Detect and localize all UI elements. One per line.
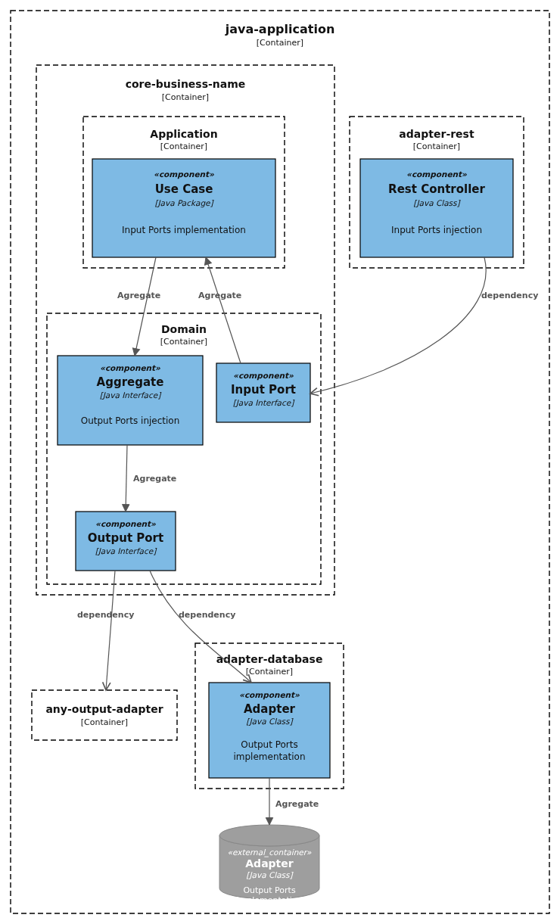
svg-text:Input Ports implementation: Input Ports implementation: [122, 225, 246, 235]
svg-text:«component»: «component»: [406, 170, 467, 179]
svg-text:«component»: «component»: [154, 170, 214, 179]
svg-text:Rest Controller: Rest Controller: [388, 182, 485, 196]
svg-text:dependency: dependency: [77, 610, 134, 620]
domain-subtype: [Container]: [160, 337, 207, 347]
svg-text:Adapter: Adapter: [245, 857, 294, 870]
svg-text:[Java Interface]: [Java Interface]: [233, 398, 296, 408]
svg-text:Adapter: Adapter: [244, 702, 296, 716]
svg-text:implementation: implementation: [236, 895, 302, 905]
domain-title: Domain: [161, 323, 207, 335]
any-output-subtype: [Container]: [81, 717, 128, 727]
svg-text:Output Ports injection: Output Ports injection: [81, 415, 180, 426]
core-title: core-business-name: [126, 78, 246, 90]
svg-text:Agregate: Agregate: [133, 474, 176, 484]
svg-text:[Java Class]: [Java Class]: [246, 717, 294, 726]
svg-text:«component»: «component»: [100, 363, 160, 373]
java-application-title: java-application: [225, 22, 335, 36]
svg-text:«component»: «component»: [239, 690, 300, 700]
svg-text:[Java Package]: [Java Package]: [154, 198, 214, 208]
svg-text:«component»: «component»: [95, 519, 156, 529]
svg-text:Use Case: Use Case: [155, 182, 213, 196]
svg-text:Agregate: Agregate: [198, 291, 241, 300]
adapter-db-subtype: [Container]: [246, 667, 293, 677]
svg-text:implementation: implementation: [233, 751, 305, 762]
diagram: java-application [Container] core-busine…: [0, 0, 560, 924]
svg-text:Input Ports injection: Input Ports injection: [391, 225, 482, 235]
adapter-rest-title: adapter-rest: [399, 128, 474, 140]
svg-text:Input Port: Input Port: [231, 383, 296, 397]
application-subtype: [Container]: [160, 142, 207, 151]
adapter-db-title: adapter-database: [216, 653, 323, 665]
any-output-title: any-output-adapter: [45, 703, 163, 715]
svg-text:Output Port: Output Port: [88, 531, 163, 545]
svg-text:dependency: dependency: [481, 291, 538, 300]
svg-text:Output Ports: Output Ports: [243, 885, 296, 895]
svg-text:«component»: «component»: [233, 371, 294, 381]
svg-point-23: [219, 825, 319, 846]
core-subtype: [Container]: [162, 92, 209, 102]
svg-text:dependency: dependency: [179, 610, 235, 620]
svg-text:[Java Interface]: [Java Interface]: [95, 546, 158, 556]
svg-text:Agregate: Agregate: [117, 291, 160, 300]
application-title: Application: [150, 128, 217, 140]
svg-text:[Java Interface]: [Java Interface]: [100, 390, 163, 400]
adapter-rest-subtype: [Container]: [413, 142, 460, 151]
svg-text:[Java Class]: [Java Class]: [246, 870, 294, 880]
java-application-subtype: [Container]: [257, 38, 303, 48]
svg-text:Agregate: Agregate: [275, 799, 319, 809]
svg-text:Output Ports: Output Ports: [241, 739, 298, 750]
svg-text:Aggregate: Aggregate: [97, 375, 164, 389]
svg-text:[Java Class]: [Java Class]: [413, 198, 461, 208]
external-container-adapter-db: «external_container» Adapter [Java Class…: [219, 825, 319, 905]
container-any-output-adapter: [32, 690, 177, 740]
svg-text:«external_container»: «external_container»: [227, 848, 312, 857]
